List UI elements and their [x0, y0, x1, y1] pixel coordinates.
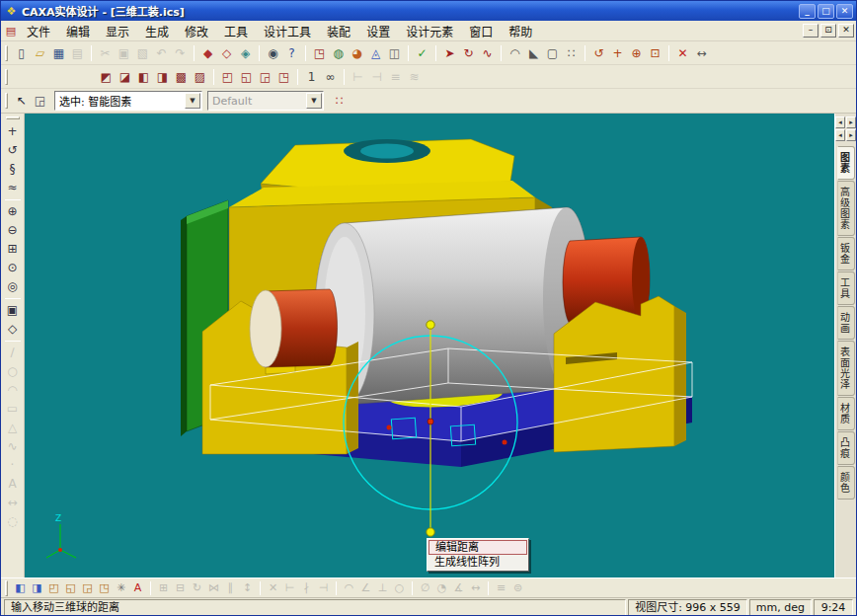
center-handle[interactable]: [428, 419, 433, 424]
symmetric-constraint-icon[interactable]: ⊜: [509, 580, 526, 596]
menu-modify[interactable]: 修改: [177, 21, 216, 41]
single-select-icon[interactable]: 1: [302, 68, 321, 86]
sweep-feature-icon[interactable]: ∿: [478, 44, 497, 62]
iso-view-icon[interactable]: ◇: [2, 320, 24, 339]
menu-settings[interactable]: 设置: [358, 21, 398, 41]
rotate-view-icon[interactable]: ↺: [589, 44, 608, 62]
mdi-restore-button[interactable]: ⊡: [820, 24, 836, 38]
redo-icon[interactable]: ↷: [171, 44, 190, 62]
circle-tool-icon[interactable]: ○: [2, 362, 24, 381]
sweep-quick-icon[interactable]: ◳: [96, 580, 113, 596]
sketch-2d-icon[interactable]: ◧: [12, 580, 29, 596]
align-center-icon[interactable]: ≡: [386, 68, 405, 86]
linear-dimension-icon[interactable]: ↔: [467, 580, 484, 596]
menu-assembly[interactable]: 装配: [319, 21, 358, 41]
fillet-2d-icon[interactable]: ◠: [341, 580, 357, 596]
tab-elements[interactable]: 图素: [837, 146, 855, 180]
loft-quick-icon[interactable]: ◲: [79, 580, 96, 596]
offset-copy-icon[interactable]: ∥: [222, 580, 239, 596]
realistic-display-icon[interactable]: ◕: [348, 44, 366, 62]
catalog-next-icon[interactable]: ▸: [846, 129, 856, 141]
text-tool-icon[interactable]: A: [2, 475, 24, 494]
mdi-minimize-button[interactable]: –: [803, 24, 818, 38]
menu-generate[interactable]: 生成: [137, 21, 177, 41]
menu-tools[interactable]: 工具: [216, 21, 256, 41]
camera-view-icon[interactable]: ◫: [385, 44, 404, 62]
align-left-edge-icon[interactable]: ⊢: [349, 68, 367, 86]
smart-render-2-icon[interactable]: ◪: [116, 68, 134, 86]
trim-curve-icon[interactable]: ✕: [265, 580, 281, 596]
surface-tool-4-icon[interactable]: ◳: [274, 68, 293, 86]
smart-render-4-icon[interactable]: ◨: [153, 68, 172, 86]
side-handle-right[interactable]: [503, 440, 507, 445]
tab-animation[interactable]: 动画: [837, 306, 855, 340]
chevron-down-icon[interactable]: ▼: [185, 93, 200, 109]
revolve-quick-icon[interactable]: ◱: [62, 580, 79, 596]
right-support-part[interactable]: [554, 296, 686, 452]
print-icon[interactable]: ▤: [68, 44, 87, 62]
cut-icon[interactable]: ✂: [96, 44, 115, 62]
tab-sheet-metal[interactable]: 钣金: [837, 237, 855, 270]
tab-emboss[interactable]: 凸痕: [837, 431, 855, 465]
measure-tool-icon[interactable]: ↔: [692, 44, 711, 62]
chamfer-2d-icon[interactable]: ∠: [357, 580, 374, 596]
copy-icon[interactable]: ▣: [115, 44, 133, 62]
smart-render-6-icon[interactable]: ▨: [191, 68, 209, 86]
axis-handle-bottom[interactable]: [427, 528, 434, 536]
save-icon[interactable]: ▦: [49, 44, 68, 62]
distribute-icon[interactable]: ≋: [405, 68, 424, 86]
fillet-edges-icon[interactable]: ◠: [506, 44, 524, 62]
selection-filter-icon[interactable]: ◲: [31, 92, 49, 110]
select-cursor-icon[interactable]: ↖: [12, 92, 31, 110]
front-view-icon[interactable]: ▣: [2, 301, 24, 320]
catalog-browser-icon[interactable]: ∷: [330, 92, 349, 110]
part-check-icon[interactable]: ✓: [413, 44, 431, 62]
side-handle-left[interactable]: [387, 425, 392, 430]
shell-feature-icon[interactable]: ▢: [543, 44, 562, 62]
tab-tools[interactable]: 工具: [837, 271, 855, 305]
menu-edit[interactable]: 编辑: [58, 21, 98, 41]
minimize-button[interactable]: _: [799, 4, 816, 19]
fit-view-icon[interactable]: ⊡: [646, 44, 664, 62]
pan-view-icon[interactable]: +: [608, 44, 627, 62]
rotate-copy-icon[interactable]: ↻: [189, 580, 205, 596]
context-help-icon[interactable]: ?: [282, 44, 301, 62]
new-file-icon[interactable]: ▯: [12, 44, 31, 62]
grid-snap-icon[interactable]: ⊞: [155, 580, 172, 596]
context-item-edit-distance[interactable]: 编辑距离: [428, 540, 527, 555]
zoom-in-icon[interactable]: ⊕: [2, 202, 24, 221]
zoom-view-icon[interactable]: ⊕: [627, 44, 646, 62]
equal-constraint-icon[interactable]: ≡: [493, 580, 509, 596]
scale-copy-icon[interactable]: ↕: [239, 580, 256, 596]
design-environment-icon[interactable]: ◆: [198, 44, 217, 62]
join-curve-icon[interactable]: ⊣: [315, 580, 332, 596]
spline-tool-icon[interactable]: ∿: [2, 437, 24, 456]
eraser-tool-icon[interactable]: ◌: [2, 512, 24, 531]
rotate-camera-icon[interactable]: ↺: [2, 141, 24, 160]
menu-file[interactable]: 文件: [19, 21, 58, 41]
polygon-tool-icon[interactable]: △: [2, 419, 24, 437]
text-3d-icon[interactable]: A: [129, 580, 146, 596]
surface-tool-1-icon[interactable]: ◰: [218, 68, 237, 86]
walk-camera-icon[interactable]: ≈: [2, 179, 24, 197]
zoom-all-icon[interactable]: ⊙: [2, 259, 24, 277]
arc-tool-icon[interactable]: ◠: [2, 381, 24, 400]
maximize-button[interactable]: □: [818, 4, 834, 19]
document-icon[interactable]: ▤: [3, 25, 19, 38]
diameter-dimension-icon[interactable]: ∅: [417, 580, 433, 596]
delete-item-icon[interactable]: ✕: [673, 44, 692, 62]
pan-camera-icon[interactable]: +: [2, 122, 24, 141]
title-bar[interactable]: ❖ CAXA实体设计 - [三维工装.ics] _ □ ✕: [1, 1, 856, 21]
surface-tool-3-icon[interactable]: ◲: [256, 68, 274, 86]
spiral-zoom-icon[interactable]: §: [2, 160, 24, 179]
perpendicular-constraint-icon[interactable]: ⊥: [374, 580, 391, 596]
line-tool-icon[interactable]: ∕: [2, 344, 24, 362]
box-select-icon[interactable]: ⊟: [172, 580, 189, 596]
assembly-environment-icon[interactable]: ◈: [236, 44, 255, 62]
pattern-feature-icon[interactable]: ∷: [562, 44, 581, 62]
shaded-display-icon[interactable]: ◍: [329, 44, 348, 62]
smart-render-1-icon[interactable]: ◩: [97, 68, 116, 86]
menu-window[interactable]: 窗口: [461, 21, 501, 41]
toolbar-handle[interactable]: [5, 69, 8, 85]
axis-handle-top[interactable]: [427, 321, 434, 329]
